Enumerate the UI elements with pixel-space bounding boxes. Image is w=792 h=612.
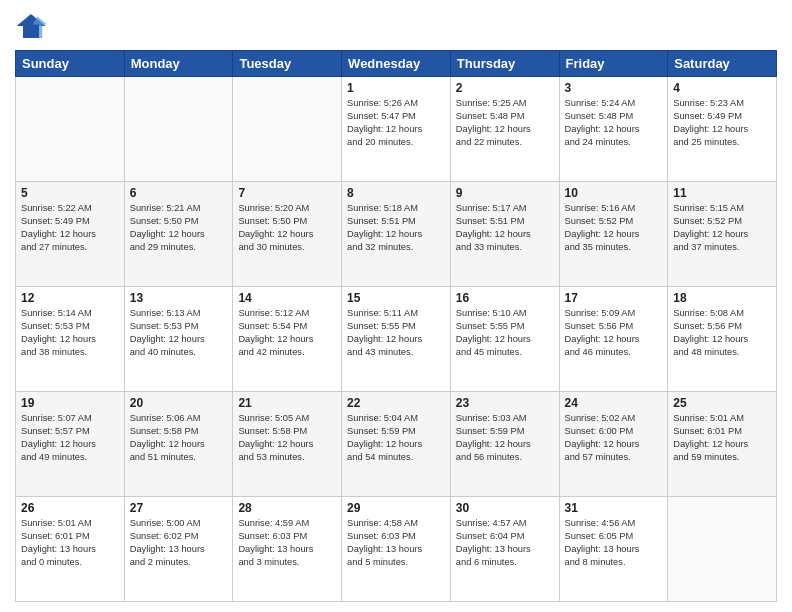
day-number: 19 <box>21 396 119 410</box>
calendar-cell <box>233 77 342 182</box>
day-number: 15 <box>347 291 445 305</box>
calendar-cell: 28Sunrise: 4:59 AM Sunset: 6:03 PM Dayli… <box>233 497 342 602</box>
week-row-2: 5Sunrise: 5:22 AM Sunset: 5:49 PM Daylig… <box>16 182 777 287</box>
page: SundayMondayTuesdayWednesdayThursdayFrid… <box>0 0 792 612</box>
weekday-header-wednesday: Wednesday <box>342 51 451 77</box>
day-info: Sunrise: 5:01 AM Sunset: 6:01 PM Dayligh… <box>673 412 771 464</box>
day-number: 24 <box>565 396 663 410</box>
day-info: Sunrise: 5:10 AM Sunset: 5:55 PM Dayligh… <box>456 307 554 359</box>
calendar-cell: 3Sunrise: 5:24 AM Sunset: 5:48 PM Daylig… <box>559 77 668 182</box>
week-row-3: 12Sunrise: 5:14 AM Sunset: 5:53 PM Dayli… <box>16 287 777 392</box>
calendar-cell: 26Sunrise: 5:01 AM Sunset: 6:01 PM Dayli… <box>16 497 125 602</box>
day-number: 31 <box>565 501 663 515</box>
day-info: Sunrise: 5:25 AM Sunset: 5:48 PM Dayligh… <box>456 97 554 149</box>
calendar-cell: 1Sunrise: 5:26 AM Sunset: 5:47 PM Daylig… <box>342 77 451 182</box>
day-info: Sunrise: 5:14 AM Sunset: 5:53 PM Dayligh… <box>21 307 119 359</box>
calendar-cell: 27Sunrise: 5:00 AM Sunset: 6:02 PM Dayli… <box>124 497 233 602</box>
day-number: 25 <box>673 396 771 410</box>
logo <box>15 10 51 42</box>
day-number: 30 <box>456 501 554 515</box>
calendar-cell: 31Sunrise: 4:56 AM Sunset: 6:05 PM Dayli… <box>559 497 668 602</box>
calendar-cell <box>124 77 233 182</box>
calendar-cell: 16Sunrise: 5:10 AM Sunset: 5:55 PM Dayli… <box>450 287 559 392</box>
calendar-cell: 4Sunrise: 5:23 AM Sunset: 5:49 PM Daylig… <box>668 77 777 182</box>
day-info: Sunrise: 5:26 AM Sunset: 5:47 PM Dayligh… <box>347 97 445 149</box>
day-info: Sunrise: 5:02 AM Sunset: 6:00 PM Dayligh… <box>565 412 663 464</box>
day-info: Sunrise: 5:09 AM Sunset: 5:56 PM Dayligh… <box>565 307 663 359</box>
calendar-cell: 8Sunrise: 5:18 AM Sunset: 5:51 PM Daylig… <box>342 182 451 287</box>
day-number: 18 <box>673 291 771 305</box>
calendar-cell: 21Sunrise: 5:05 AM Sunset: 5:58 PM Dayli… <box>233 392 342 497</box>
day-number: 28 <box>238 501 336 515</box>
logo-icon <box>15 10 47 42</box>
day-number: 21 <box>238 396 336 410</box>
day-number: 5 <box>21 186 119 200</box>
header <box>15 10 777 42</box>
day-info: Sunrise: 5:04 AM Sunset: 5:59 PM Dayligh… <box>347 412 445 464</box>
calendar-cell: 9Sunrise: 5:17 AM Sunset: 5:51 PM Daylig… <box>450 182 559 287</box>
day-number: 10 <box>565 186 663 200</box>
calendar-cell: 14Sunrise: 5:12 AM Sunset: 5:54 PM Dayli… <box>233 287 342 392</box>
day-info: Sunrise: 5:06 AM Sunset: 5:58 PM Dayligh… <box>130 412 228 464</box>
day-info: Sunrise: 5:20 AM Sunset: 5:50 PM Dayligh… <box>238 202 336 254</box>
day-info: Sunrise: 4:59 AM Sunset: 6:03 PM Dayligh… <box>238 517 336 569</box>
day-number: 11 <box>673 186 771 200</box>
day-number: 6 <box>130 186 228 200</box>
day-number: 12 <box>21 291 119 305</box>
calendar-cell: 25Sunrise: 5:01 AM Sunset: 6:01 PM Dayli… <box>668 392 777 497</box>
day-info: Sunrise: 5:12 AM Sunset: 5:54 PM Dayligh… <box>238 307 336 359</box>
calendar-cell: 19Sunrise: 5:07 AM Sunset: 5:57 PM Dayli… <box>16 392 125 497</box>
day-number: 17 <box>565 291 663 305</box>
weekday-header-tuesday: Tuesday <box>233 51 342 77</box>
day-number: 8 <box>347 186 445 200</box>
week-row-5: 26Sunrise: 5:01 AM Sunset: 6:01 PM Dayli… <box>16 497 777 602</box>
calendar-cell: 30Sunrise: 4:57 AM Sunset: 6:04 PM Dayli… <box>450 497 559 602</box>
day-info: Sunrise: 5:18 AM Sunset: 5:51 PM Dayligh… <box>347 202 445 254</box>
day-info: Sunrise: 5:13 AM Sunset: 5:53 PM Dayligh… <box>130 307 228 359</box>
calendar-cell: 10Sunrise: 5:16 AM Sunset: 5:52 PM Dayli… <box>559 182 668 287</box>
calendar-cell <box>16 77 125 182</box>
calendar-cell: 6Sunrise: 5:21 AM Sunset: 5:50 PM Daylig… <box>124 182 233 287</box>
day-number: 4 <box>673 81 771 95</box>
calendar-cell: 15Sunrise: 5:11 AM Sunset: 5:55 PM Dayli… <box>342 287 451 392</box>
day-number: 2 <box>456 81 554 95</box>
day-number: 22 <box>347 396 445 410</box>
day-number: 9 <box>456 186 554 200</box>
calendar-cell: 2Sunrise: 5:25 AM Sunset: 5:48 PM Daylig… <box>450 77 559 182</box>
weekday-header-friday: Friday <box>559 51 668 77</box>
day-number: 3 <box>565 81 663 95</box>
day-number: 26 <box>21 501 119 515</box>
day-number: 1 <box>347 81 445 95</box>
day-info: Sunrise: 4:56 AM Sunset: 6:05 PM Dayligh… <box>565 517 663 569</box>
calendar-cell: 13Sunrise: 5:13 AM Sunset: 5:53 PM Dayli… <box>124 287 233 392</box>
day-info: Sunrise: 5:21 AM Sunset: 5:50 PM Dayligh… <box>130 202 228 254</box>
day-number: 13 <box>130 291 228 305</box>
day-info: Sunrise: 4:57 AM Sunset: 6:04 PM Dayligh… <box>456 517 554 569</box>
weekday-header-saturday: Saturday <box>668 51 777 77</box>
calendar-cell: 24Sunrise: 5:02 AM Sunset: 6:00 PM Dayli… <box>559 392 668 497</box>
day-info: Sunrise: 5:17 AM Sunset: 5:51 PM Dayligh… <box>456 202 554 254</box>
weekday-header-thursday: Thursday <box>450 51 559 77</box>
day-info: Sunrise: 5:05 AM Sunset: 5:58 PM Dayligh… <box>238 412 336 464</box>
calendar-cell: 18Sunrise: 5:08 AM Sunset: 5:56 PM Dayli… <box>668 287 777 392</box>
day-number: 14 <box>238 291 336 305</box>
week-row-1: 1Sunrise: 5:26 AM Sunset: 5:47 PM Daylig… <box>16 77 777 182</box>
calendar-cell: 29Sunrise: 4:58 AM Sunset: 6:03 PM Dayli… <box>342 497 451 602</box>
day-number: 20 <box>130 396 228 410</box>
calendar-cell: 5Sunrise: 5:22 AM Sunset: 5:49 PM Daylig… <box>16 182 125 287</box>
day-number: 27 <box>130 501 228 515</box>
day-info: Sunrise: 5:23 AM Sunset: 5:49 PM Dayligh… <box>673 97 771 149</box>
calendar-table: SundayMondayTuesdayWednesdayThursdayFrid… <box>15 50 777 602</box>
weekday-header-sunday: Sunday <box>16 51 125 77</box>
day-info: Sunrise: 5:00 AM Sunset: 6:02 PM Dayligh… <box>130 517 228 569</box>
week-row-4: 19Sunrise: 5:07 AM Sunset: 5:57 PM Dayli… <box>16 392 777 497</box>
day-info: Sunrise: 5:24 AM Sunset: 5:48 PM Dayligh… <box>565 97 663 149</box>
day-info: Sunrise: 5:07 AM Sunset: 5:57 PM Dayligh… <box>21 412 119 464</box>
weekday-header-row: SundayMondayTuesdayWednesdayThursdayFrid… <box>16 51 777 77</box>
calendar-cell <box>668 497 777 602</box>
calendar-cell: 12Sunrise: 5:14 AM Sunset: 5:53 PM Dayli… <box>16 287 125 392</box>
day-number: 29 <box>347 501 445 515</box>
day-info: Sunrise: 5:01 AM Sunset: 6:01 PM Dayligh… <box>21 517 119 569</box>
calendar-cell: 7Sunrise: 5:20 AM Sunset: 5:50 PM Daylig… <box>233 182 342 287</box>
day-info: Sunrise: 5:11 AM Sunset: 5:55 PM Dayligh… <box>347 307 445 359</box>
